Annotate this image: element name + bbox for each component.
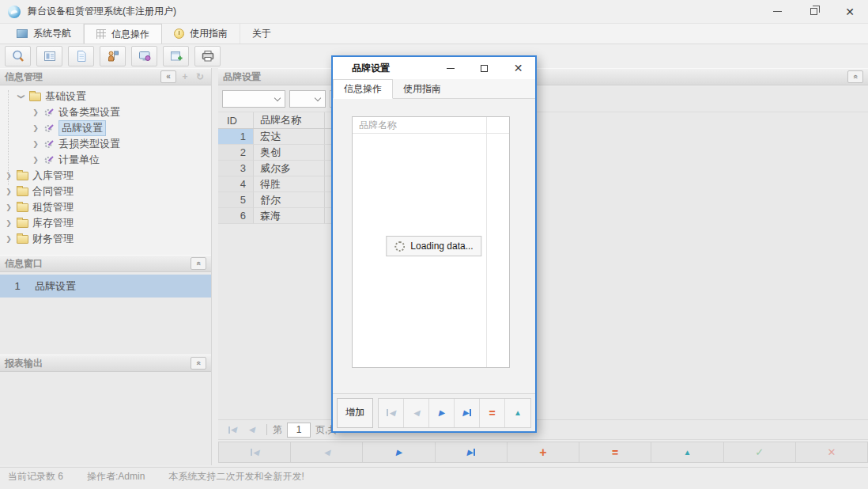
tree-item-contract-mgmt[interactable]: ❯ 合同管理	[0, 184, 211, 199]
minimize-button[interactable]	[759, 0, 795, 24]
collapse-up-button[interactable]: «	[191, 257, 206, 270]
add-window-button[interactable]	[163, 46, 189, 66]
main-content: ID 品牌名称 1 宏达 2 奥创 3 威尔多 4 得胜 5 舒尔	[218, 112, 868, 419]
add-button[interactable]: 增加	[337, 398, 373, 428]
dialog-first-button[interactable]: ◀	[379, 399, 404, 427]
table-row[interactable]: 4 得胜	[218, 176, 332, 192]
tree-item-label: 财务管理	[32, 232, 74, 246]
post-record-button[interactable]: ✓	[724, 442, 796, 463]
chevron-right-icon[interactable]: ❯	[5, 219, 13, 227]
tree-item-label: 计量单位	[58, 153, 100, 167]
page-number-input[interactable]	[287, 423, 311, 438]
tree-item-device-type-settings[interactable]: ❯ 设备类型设置	[0, 104, 211, 120]
last-record-icon	[470, 409, 471, 416]
collapse-up-button[interactable]: «	[847, 70, 863, 83]
collapse-up-icon: «	[851, 74, 859, 79]
list-item-brand-settings[interactable]: 1 品牌设置	[0, 275, 211, 298]
folder-icon	[17, 188, 28, 196]
search-button[interactable]	[5, 46, 31, 66]
collapse-left-button[interactable]: «	[160, 70, 176, 83]
menu-item-about[interactable]: 关于	[240, 24, 283, 44]
chevron-right-icon[interactable]: ❯	[32, 108, 40, 116]
menu-item-info-ops[interactable]: 信息操作	[84, 24, 162, 44]
title-bar: 舞台设备租赁管理系统(非注册用户) ✕	[0, 0, 868, 24]
chevron-right-icon[interactable]: ❯	[5, 172, 13, 180]
collapse-up-button[interactable]: «	[191, 357, 206, 370]
dialog-next-button[interactable]: ▶	[429, 399, 455, 427]
first-record-icon: ◀	[253, 449, 259, 457]
dialog-last-button[interactable]: ▶	[455, 399, 480, 427]
table-row[interactable]: 1 宏达	[218, 129, 332, 145]
table-row[interactable]: 6 森海	[218, 208, 332, 224]
document-button[interactable]	[68, 46, 94, 66]
loading-indicator: Loading data...	[386, 236, 481, 256]
menu-item-guide[interactable]: 使用指南	[162, 24, 240, 44]
cancel-record-button[interactable]: ✕	[796, 442, 868, 463]
filter-combo-1[interactable]	[222, 90, 285, 108]
chevron-right-icon[interactable]: ❯	[5, 188, 13, 195]
info-panel-header: 信息管理 « + ↻	[0, 68, 211, 85]
page-prev-button[interactable]: ◀	[242, 422, 261, 438]
tree-item-loss-type-settings[interactable]: ❯ 丢损类型设置	[0, 136, 211, 152]
edit-record-button[interactable]: ▲	[651, 442, 723, 463]
list-item-label: 品牌设置	[35, 279, 76, 294]
filter-combo-2[interactable]	[289, 90, 326, 108]
nav-last-button[interactable]: ▶	[436, 442, 508, 463]
nav-prev-button[interactable]: ◀	[291, 442, 363, 463]
list-item-index: 1	[0, 280, 35, 292]
menu-label: 信息操作	[111, 28, 149, 41]
chevron-down-icon	[274, 94, 281, 100]
document-icon	[74, 49, 89, 63]
add-icon[interactable]: +	[179, 71, 191, 82]
dialog-close-button[interactable]: ✕	[501, 57, 535, 79]
chevron-right-icon[interactable]: ❯	[5, 203, 13, 211]
cell-id: 5	[218, 192, 254, 208]
printer-button[interactable]	[194, 46, 221, 66]
tree-item-rental-mgmt[interactable]: ❯ 租赁管理	[0, 199, 211, 215]
dialog-prev-button[interactable]: ◀	[404, 399, 429, 427]
dialog-delete-button[interactable]: =	[480, 399, 505, 427]
first-record-icon	[251, 449, 252, 456]
table-row[interactable]: 3 威尔多	[218, 161, 332, 176]
chevron-right-icon[interactable]: ❯	[32, 156, 40, 164]
close-button[interactable]: ✕	[832, 0, 868, 24]
chevron-right-icon[interactable]: ❯	[32, 124, 40, 132]
restore-icon	[810, 8, 817, 15]
column-header-brand-name[interactable]: 品牌名称	[254, 112, 325, 128]
dialog-minimize-button[interactable]	[433, 57, 467, 79]
dialog-edit-button[interactable]: ▲	[505, 399, 530, 427]
tree-item-label: 基础设置	[45, 89, 86, 104]
tree-item-finance-mgmt[interactable]: ❯ 财务管理	[0, 231, 211, 247]
chevron-right-icon[interactable]: ❯	[32, 140, 40, 148]
form-button[interactable]	[36, 46, 62, 66]
cell-brand-name: 威尔多	[254, 161, 325, 176]
tree-item-brand-settings[interactable]: ❯ 品牌设置	[0, 120, 211, 136]
monitor-button[interactable]	[131, 46, 157, 66]
tab-info-ops[interactable]: 信息操作	[333, 79, 393, 99]
chevron-right-icon[interactable]: ❯	[5, 235, 13, 243]
refresh-icon[interactable]: ↻	[194, 71, 206, 82]
tree-item-inventory-mgmt[interactable]: ❯ 库存管理	[0, 215, 211, 231]
tree-item-label: 合同管理	[32, 184, 74, 199]
user-button[interactable]	[100, 46, 126, 66]
page-first-button[interactable]: ◀	[223, 422, 242, 438]
tree-item-inbound-mgmt[interactable]: ❯ 入库管理	[0, 168, 211, 184]
grid-column-header-brand-name[interactable]: 品牌名称	[353, 117, 509, 134]
sidebar: 信息管理 « + ↻ ❯ 基础设置 ❯ 设备类型设置 ❯ 品牌设置 ❯ 丢损类型…	[0, 68, 212, 465]
tree-item-base-settings[interactable]: ❯ 基础设置	[0, 89, 211, 104]
chevron-down-icon[interactable]: ❯	[17, 93, 25, 100]
dialog-maximize-button[interactable]	[467, 57, 501, 79]
column-header-id[interactable]: ID	[218, 112, 254, 128]
tab-guide[interactable]: 使用指南	[393, 79, 451, 98]
table-row[interactable]: 5 舒尔	[218, 192, 332, 208]
table-row[interactable]: 2 奥创	[218, 145, 332, 161]
nav-first-button[interactable]: ◀	[218, 442, 291, 463]
nav-next-button[interactable]: ▶	[363, 442, 435, 463]
dialog-body: 品牌名称 Loading data...	[333, 99, 535, 393]
delete-record-button[interactable]: =	[579, 442, 651, 463]
insert-record-button[interactable]: +	[508, 442, 579, 463]
tree-item-unit-of-measure[interactable]: ❯ 计量单位	[0, 152, 211, 168]
restore-button[interactable]	[795, 0, 832, 24]
menu-item-system-nav[interactable]: 系统导航	[5, 24, 84, 44]
main-panel-header: 品牌设置 «	[218, 68, 868, 85]
